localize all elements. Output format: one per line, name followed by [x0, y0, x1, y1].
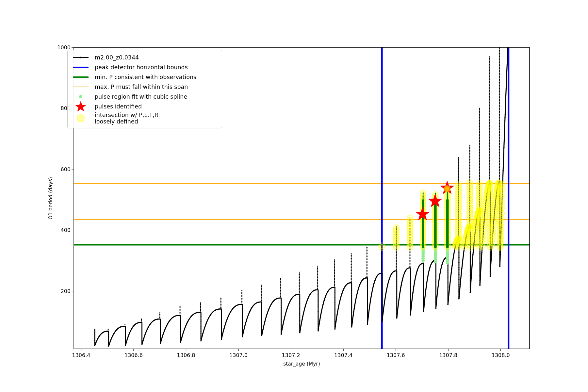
legend-label: pulses identified: [95, 103, 142, 110]
y-tick-label: 200: [60, 288, 71, 294]
legend-entry: intersection w/ P,L,T,R loosely defined: [72, 111, 219, 125]
figure: 1306.4 1306.6 1306.8 1307.0 1307.2 1307.…: [0, 0, 588, 392]
x-tick-label: 1308.0: [492, 352, 510, 358]
legend-entry: max. P must fall within this span: [72, 82, 219, 92]
min-p-line-sample: [72, 76, 89, 78]
pulse-star-icon: [72, 101, 89, 113]
legend-label: pulse region fit with cubic spline: [95, 93, 187, 100]
legend-entry: pulses identified: [72, 102, 219, 111]
series-line-sample: [72, 57, 89, 58]
intersection-dot-sample: [72, 114, 89, 122]
x-tick-label: 1306.4: [72, 352, 90, 358]
x-tick-label: 1306.8: [177, 352, 195, 358]
legend-entry: pulse region fit with cubic spline: [72, 92, 219, 102]
legend-entry: m2.00_z0.0344: [72, 53, 219, 62]
x-tick-label: 1307.0: [229, 352, 248, 358]
bounds-line-sample: [72, 67, 89, 68]
legend: m2.00_z0.0344 peak detector horizontal b…: [67, 50, 222, 128]
legend-label: min. P consistent with observations: [95, 74, 196, 80]
legend-label: m2.00_z0.0344: [95, 54, 139, 61]
x-axis-label: star_age (Myr): [283, 361, 320, 367]
legend-label: intersection w/ P,L,T,R loosely defined: [95, 112, 158, 125]
y-tick-label: 600: [60, 166, 71, 172]
y-axis-label: O1 period (days): [48, 177, 54, 220]
series-marker-icon: [80, 57, 82, 58]
x-tick-label: 1307.2: [282, 352, 300, 358]
spline-dot-sample: [72, 95, 89, 98]
legend-label: max. P must fall within this span: [95, 84, 188, 90]
legend-label: peak detector horizontal bounds: [95, 64, 188, 71]
max-p-line-sample: [72, 87, 89, 88]
x-tick-label: 1306.6: [124, 352, 143, 358]
x-tick-label: 1307.8: [439, 352, 457, 358]
y-tick-label: 400: [60, 227, 71, 233]
x-tick-label: 1307.4: [334, 352, 352, 358]
legend-entry: peak detector horizontal bounds: [72, 62, 219, 72]
x-tick-label: 1307.6: [387, 352, 405, 358]
y-tick-label: 1000: [57, 44, 71, 51]
legend-entry: min. P consistent with observations: [72, 72, 219, 82]
